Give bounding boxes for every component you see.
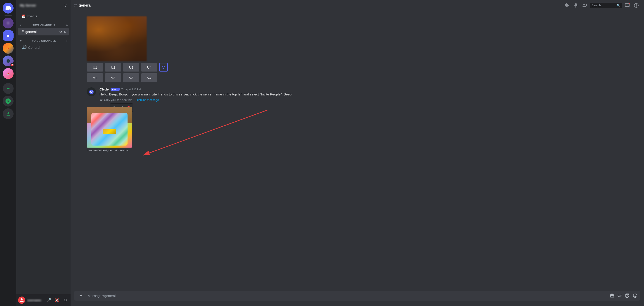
voice-icon: 🔊 bbox=[22, 45, 27, 50]
mute-button[interactable]: 🎤 bbox=[45, 297, 52, 304]
top-bar: # general Search 🔍 bbox=[70, 0, 644, 11]
pinned-messages-button[interactable] bbox=[572, 1, 580, 9]
eye-icon bbox=[100, 98, 103, 101]
svg-rect-1 bbox=[90, 91, 91, 92]
server-header[interactable]: My Server ∨ bbox=[16, 0, 70, 11]
channel-settings-icon[interactable]: ⚙ bbox=[63, 30, 67, 34]
grid-btn-u1[interactable]: U1 bbox=[87, 63, 103, 72]
category-voice-channels-label: VOICE CHANNELS bbox=[32, 39, 56, 42]
server-icon-home[interactable] bbox=[3, 3, 14, 13]
svg-point-0 bbox=[89, 90, 94, 94]
sticker-button[interactable] bbox=[624, 292, 631, 299]
svg-rect-2 bbox=[92, 91, 92, 92]
add-server-icon: + bbox=[6, 85, 10, 92]
grid-btn-v2[interactable]: V2 bbox=[105, 73, 121, 82]
channel-item-voice-general[interactable]: 🔊 General bbox=[18, 43, 69, 51]
add-voice-channel-button[interactable]: + bbox=[65, 39, 69, 43]
server-list: S ■ ⛵ 🌑 7 ⛵ + bbox=[0, 0, 16, 306]
blurred-image bbox=[87, 16, 147, 61]
user-controls: 🎤 🔇 ⚙ bbox=[45, 297, 69, 304]
button-row-2: V1 V2 V3 V4 bbox=[87, 73, 628, 82]
grid-btn-u4[interactable]: U4 bbox=[141, 63, 158, 72]
voice-channel-name: General bbox=[28, 46, 67, 49]
inbox-button[interactable] bbox=[623, 1, 631, 9]
grid-btn-v3[interactable]: V3 bbox=[123, 73, 139, 82]
grid-btn-u2[interactable]: U2 bbox=[105, 63, 121, 72]
message-input[interactable] bbox=[88, 291, 607, 300]
blurred-image-inner bbox=[87, 16, 147, 61]
gift-button[interactable] bbox=[609, 292, 616, 299]
channel-sidebar: My Server ∨ 📅 Events ∨ TEXT CHANNELS + #… bbox=[16, 0, 70, 306]
category-voice-channels[interactable]: ∨ VOICE CHANNELS + bbox=[16, 35, 70, 43]
server-icon-label: S bbox=[7, 22, 9, 24]
top-bar-actions: Search 🔍 bbox=[562, 1, 640, 9]
server-icon-label: ■ bbox=[7, 33, 10, 38]
events-icon: 📅 bbox=[22, 14, 26, 18]
footer-dot: • bbox=[134, 98, 134, 102]
attachment-image bbox=[87, 107, 132, 148]
username: username bbox=[27, 299, 44, 302]
user-info: username bbox=[27, 299, 44, 302]
user-settings-button[interactable]: ⚙ bbox=[62, 297, 69, 304]
search-placeholder: Search bbox=[592, 3, 615, 7]
message-input-area: + GIF bbox=[70, 291, 644, 306]
help-button[interactable] bbox=[632, 1, 640, 9]
add-text-channel-button[interactable]: + bbox=[65, 23, 69, 27]
messages-spacer bbox=[70, 155, 644, 287]
server-divider-2 bbox=[4, 81, 12, 81]
attachment-filename: handmade designer rainbow ba... bbox=[87, 149, 132, 152]
server-icon-label: ⛵ bbox=[7, 73, 9, 75]
server-icon-discover[interactable] bbox=[3, 96, 14, 107]
image-grid-container: U1 U2 U3 U4 V1 V2 V3 V4 bbox=[70, 14, 644, 86]
channel-hash-icon: # bbox=[74, 2, 77, 8]
server-icon-label: 🌑 bbox=[6, 59, 10, 63]
message-input-actions: GIF bbox=[609, 292, 638, 299]
server-name: My Server bbox=[20, 3, 64, 7]
grid-btn-v4[interactable]: V4 bbox=[141, 73, 158, 82]
grid-btn-v1[interactable]: V1 bbox=[87, 73, 103, 82]
messages-area[interactable]: U1 U2 U3 U4 V1 V2 V3 V4 bbox=[70, 11, 644, 291]
search-bar[interactable]: Search 🔍 bbox=[590, 3, 622, 8]
bot-badge-label: BOT bbox=[114, 88, 119, 91]
server-icon-label: ⛵ bbox=[7, 47, 9, 49]
inbox-badge bbox=[628, 2, 630, 4]
channel-title-name: general bbox=[79, 3, 92, 7]
attachment-message: handmade designer rainbow ba... bbox=[70, 103, 644, 155]
bot-badge: BOT bbox=[110, 88, 120, 91]
channel-actions: ⚙ ⚙ bbox=[59, 30, 67, 34]
server-icon-3[interactable]: ⛵ bbox=[3, 43, 14, 54]
message-author: Clyde bbox=[100, 87, 109, 91]
server-icon-5[interactable]: ⛵ bbox=[3, 68, 14, 79]
grid-btn-refresh[interactable] bbox=[159, 63, 168, 72]
gif-button[interactable]: GIF bbox=[616, 292, 623, 299]
channel-members-icon[interactable]: ⚙ bbox=[59, 30, 62, 34]
server-icon-blurred[interactable]: S bbox=[3, 18, 14, 28]
channel-item-general[interactable]: # general ⚙ ⚙ bbox=[18, 28, 69, 35]
main-content: # general Search 🔍 bbox=[70, 0, 644, 306]
notification-settings-button[interactable] bbox=[562, 1, 571, 9]
message-content: Clyde BOT Today at 5:18 PM Hello. Beep. … bbox=[100, 87, 628, 102]
server-icon-add[interactable]: + bbox=[3, 83, 14, 94]
category-text-channels[interactable]: ∨ TEXT CHANNELS + bbox=[16, 20, 70, 28]
deafen-button[interactable]: 🔇 bbox=[53, 297, 60, 304]
events-item[interactable]: 📅 Events bbox=[18, 13, 69, 20]
search-icon: 🔍 bbox=[617, 3, 620, 7]
add-attachment-button[interactable]: + bbox=[76, 291, 86, 301]
button-row-1: U1 U2 U3 U4 bbox=[87, 63, 628, 72]
bag-image bbox=[87, 107, 132, 148]
clyde-message: Clyde BOT Today at 5:18 PM Hello. Beep. … bbox=[70, 86, 644, 103]
member-list-button[interactable] bbox=[581, 1, 589, 9]
bot-avatar bbox=[87, 87, 96, 96]
events-label: Events bbox=[27, 14, 37, 18]
user-avatar bbox=[18, 297, 25, 304]
channel-name: general bbox=[25, 30, 58, 34]
grid-btn-u3[interactable]: U3 bbox=[123, 63, 139, 72]
chevron-down-icon: ∨ bbox=[64, 3, 67, 7]
channel-title: # general bbox=[74, 2, 561, 8]
dismiss-link[interactable]: Dismiss message bbox=[136, 98, 159, 102]
emoji-button[interactable] bbox=[632, 292, 638, 299]
message-text: Hello. Beep. Boop. If you wanna invite f… bbox=[100, 92, 628, 97]
server-icon-download[interactable] bbox=[3, 108, 14, 119]
server-icon-active[interactable]: ■ bbox=[3, 30, 14, 41]
attachment-container: handmade designer rainbow ba... bbox=[87, 107, 132, 152]
